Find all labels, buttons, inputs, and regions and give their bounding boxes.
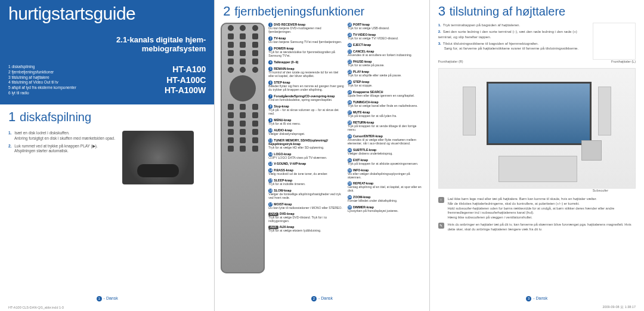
terminal-illustration [593, 23, 636, 60]
disc-player-image [122, 131, 194, 184]
step-2: 2.Sæt den sorte ledning i den sorte term… [438, 29, 587, 39]
remote-function: 22PAUSE-knapTryk for at sætte på pause. [348, 60, 423, 67]
step-2: 2. Luk rummet ved at trykke på knappen P… [8, 144, 115, 155]
remote-function: 10AUDIO-knapVælger diskselyndsproget. [268, 128, 344, 136]
remote-function: 17MO/ST-knapDu kan lytte til radiosstati… [268, 202, 344, 210]
step-sub: Afspilningen starter automatisk. [14, 149, 115, 154]
remote-function: 15SLEEP-knapTryk for at indstille timere… [268, 178, 344, 186]
model-3: HT-A100W [165, 85, 206, 96]
remote-function: 11TUNER MEMORY, SD/HD(opløsning)/ hejspi… [268, 138, 344, 150]
remote-function: 21CANCEL-knapAnvendes til at annullere e… [348, 50, 423, 57]
remote-function: 6STEP-knapBilledet flytter sig frem en r… [268, 81, 344, 92]
remote-function: DVDDVD-knapTryk for at vælge DVD-tilstan… [268, 213, 344, 223]
receiver-unit-icon [499, 156, 577, 182]
section-title: fjernbetjeningsfunktioner [234, 5, 364, 18]
document-footer-right: 2009-09-08 오 1:38:17 [602, 305, 636, 309]
step-3: 3.Tilslut tilslutningsstikkene til bagsi… [438, 41, 587, 51]
remote-function: 9MENU-knapTryk for at få vist menu. [268, 118, 344, 126]
step-1: 1.Tryk terminaltappen på bagsiden af høj… [438, 23, 587, 27]
section-title: tilslutning af højttalere [450, 5, 566, 18]
section-1-heading: 1 diskafspilning [8, 109, 206, 125]
tv-icon [487, 82, 592, 145]
step-1: 1. Isæt en disk lodret i diskskuffen. An… [8, 131, 115, 141]
section-number: 1 [8, 109, 16, 124]
remote-function: 18PORT-knapTryk for at vælge USB-tilstan… [348, 23, 423, 30]
note-item: Hvis du anbringer en højttaler tæt på di… [448, 223, 636, 232]
footer-page-dot: 3 [526, 296, 531, 301]
remote-functions-left: 1DVD RECEIVER-knapDu kan betjene DVD-mod… [268, 23, 344, 311]
section-title: diskafspilning [20, 110, 91, 124]
remote-function: 26TUNING/CH-knapTryk for at vælge kanal … [348, 100, 423, 108]
remote-function: 24STEP-knapTryk for at stoppe. [348, 80, 423, 88]
remote-function: 2TV-knapDu kan betjene Samsung TV'et med… [268, 36, 344, 44]
remote-function: 23PLAY-knapTryk for at afspille eller sæ… [348, 70, 423, 78]
toc-item: 2 fjernbetjeningsfunktioner [8, 70, 76, 75]
model-2: HT-A100C [165, 75, 206, 86]
remote-function: 7Forudgående/Spring/CD-overspring-knapFi… [268, 94, 344, 102]
remote-function: 19TV-VIDEO-knapTryk for at vælge TV/ VID… [348, 33, 423, 41]
toc-item: 4 tilslutning af Video Out til tv [8, 80, 76, 85]
product-models: HT-A100 HT-A100C HT-A100W [165, 64, 206, 96]
toc-item: 6 lyt til radio [8, 91, 76, 96]
remote-function: 27MUTE-knapTryk på knappen for at slå ly… [348, 110, 423, 118]
section-2-heading: 2 fjernbetjeningsfunktioner [215, 0, 429, 19]
warning-notes: ! Lad ikke børn lege med eller tæt på hø… [430, 192, 644, 235]
model-1: HT-A100 [165, 64, 206, 75]
step-sub: Anbring forsigtigt en disk i skuffen med… [14, 136, 115, 141]
remote-function: 33REPEAT-knapGentag afspilning af en tit… [348, 181, 423, 193]
section-number: 2 [223, 4, 230, 19]
remote-function: 3POWER-knapTryk for at tænde/slukke for … [268, 47, 344, 58]
remote-function: 13V-SOUND, V-H/P-knap [268, 162, 344, 166]
footer-lang: - Dansk [318, 296, 333, 301]
remote-function: 31EXIT-knapTryk på knappen for at afslut… [348, 158, 423, 166]
remote-function: 28RETURN-knapTryk på knappen for at vend… [348, 121, 423, 132]
page-footer-1: 1 - Dansk [8, 296, 206, 301]
step-text: Isæt en disk lodret i diskskuffen. [14, 131, 69, 135]
remote-function: 16SLOW-knapVælger de forskellige afspiln… [268, 189, 344, 200]
remote-function: AUXAUX-knapTryk for at vælge ekstern lyd… [268, 226, 344, 233]
remote-function: 4Talknapper (0~9) [268, 60, 344, 64]
note-item: Når de tilsluttes højttalerledningerne, … [448, 202, 636, 207]
connection-diagram [438, 68, 636, 189]
product-subtitle-line1: 2.1-kanals digitale hjem- [116, 36, 206, 45]
section-3-heading: 3 tilslutning af højttalere [430, 0, 644, 19]
note-item: Hold subwoofer-højttaleren uden for børn… [448, 207, 636, 216]
note-item: Lad ikke børn lege med eller tæt på højt… [448, 197, 636, 202]
remote-illustration [221, 23, 265, 273]
toc-item: 1 diskafspilning [8, 64, 76, 70]
section-3-steps: 1.Tryk terminaltappen på bagsiden af høj… [438, 23, 587, 60]
document-footer-left: HT-A100 CLS-DAN-QG_abbr.indd 1-3 [8, 306, 64, 309]
footer-page-dot: 2 [311, 296, 317, 301]
remote-function: 8Stop-knapTryk på – for at skrue volumen… [268, 104, 344, 116]
caution-icon: ! [438, 197, 444, 203]
panel-middle: 2 fjernbetjeningsfunktioner 1 [215, 0, 429, 311]
remote-function: 32INFO-knapVis eller vælger diskafspilni… [348, 168, 423, 180]
guide-title: hurtigstartsguide [8, 5, 206, 23]
remote-function: 1DVD RECEIVER-knapDu kan betjene DVD-mod… [268, 23, 344, 34]
section-1: 1 diskafspilning 1. Isæt en disk lodret … [0, 104, 214, 184]
panel-right: 3 tilslutning af højttalere 1.Tryk termi… [430, 0, 644, 311]
table-of-contents: 1 diskafspilning 2 fjernbetjeningsfunkti… [8, 64, 76, 96]
front-speaker-left-icon [463, 87, 476, 136]
toc-item: 3 tilslutning af højttalere [8, 75, 76, 81]
speaker-label-right: Fronthøjttaler (L) [611, 60, 636, 63]
panel-left: hurtigstartsguide 2.1-kanals digitale hj… [0, 0, 215, 311]
remote-function: 35DIMMER-knapLysstyrken på frontdisplaye… [348, 205, 423, 213]
front-speaker-right-icon [598, 87, 611, 136]
product-subtitle-line2: mebiografsystem [116, 45, 206, 54]
remote-function: 12LOGO-knapCOPY LOGO DATA vises på TV-sk… [268, 152, 344, 160]
section-1-text: 1. Isæt en disk lodret i diskskuffen. An… [8, 131, 115, 184]
footer-lang: - Dansk [533, 296, 547, 301]
product-subtitle: 2.1-kanals digitale hjem- mebiografsyste… [116, 36, 206, 54]
page-footer-3: 3 - Dansk [438, 296, 636, 301]
subwoofer-icon [581, 140, 602, 161]
remote-functions-right: 18PORT-knapTryk for at vælge USB-tilstan… [348, 23, 423, 311]
left-header: hurtigstartsguide 2.1-kanals digitale hj… [0, 0, 214, 104]
footer-page-dot: 1 [97, 296, 102, 301]
section-number: 3 [438, 4, 445, 19]
step-number: 1. [8, 131, 11, 135]
step-text: Luk rummet ved at trykke på knappen PLAY… [14, 144, 98, 148]
speaker-label-left: Fronthøjttaler (R) [438, 60, 463, 63]
page-footer-2: 2 - Dansk [223, 296, 420, 301]
toc-item: 5 afspil af lyd fra eksterne komponenter [8, 85, 76, 91]
